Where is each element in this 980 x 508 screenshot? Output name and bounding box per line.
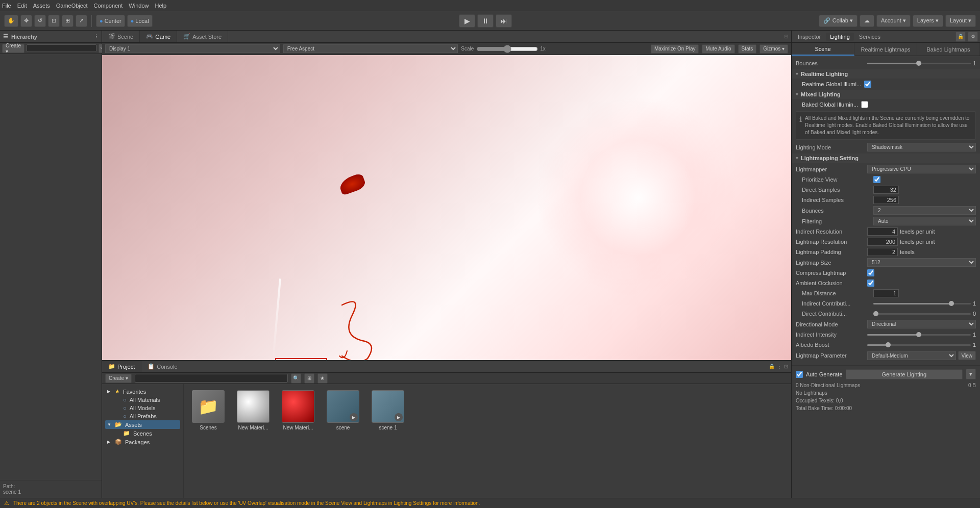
- asset-store-tab[interactable]: 🛒 Asset Store: [177, 31, 228, 42]
- star-icon[interactable]: ★: [317, 373, 328, 384]
- menu-file[interactable]: File: [2, 3, 11, 9]
- menu-window[interactable]: Window: [129, 3, 149, 9]
- lightmap-param-view-btn[interactable]: View: [958, 351, 976, 360]
- ambient-occ-checkbox[interactable]: [867, 280, 874, 287]
- lighting-mode-select[interactable]: Shadowmask: [867, 143, 976, 151]
- packages-item[interactable]: ▶ 📦 Packages: [105, 438, 180, 446]
- lock-icon[interactable]: 🔒: [955, 32, 966, 42]
- mute-btn[interactable]: Mute Audio: [702, 44, 734, 54]
- center-toggle[interactable]: ● Center: [96, 15, 125, 27]
- tool-rotate[interactable]: ↺: [34, 15, 46, 27]
- asset-material-white[interactable]: New Materi...: [233, 388, 274, 433]
- auto-generate-checkbox[interactable]: [796, 371, 803, 378]
- panel-expand-icon[interactable]: ⊡: [784, 364, 788, 369]
- step-button[interactable]: ⏭: [496, 14, 512, 28]
- project-search[interactable]: [135, 374, 288, 383]
- generate-dropdown-btn[interactable]: ▾: [966, 369, 976, 379]
- display-select[interactable]: Display 1: [105, 44, 280, 53]
- tool-move[interactable]: ✥: [20, 15, 32, 27]
- lightmap-param-select[interactable]: Default-Medium: [867, 351, 956, 360]
- tool-transform[interactable]: ↗: [76, 15, 87, 27]
- menu-edit[interactable]: Edit: [17, 3, 27, 9]
- compress-checkbox[interactable]: [867, 269, 874, 276]
- all-prefabs-item[interactable]: ○ All Prefabs: [105, 412, 180, 420]
- maximize-btn[interactable]: Maximize On Play: [651, 44, 699, 54]
- lighting-scene-tab[interactable]: Scene: [792, 43, 854, 56]
- filter-icon[interactable]: ⊞: [304, 373, 314, 384]
- lightmap-size-select[interactable]: 512: [867, 258, 976, 267]
- game-tab[interactable]: 🎮 Game: [140, 31, 177, 42]
- assets-item[interactable]: ▼ 📂 Assets: [105, 420, 180, 429]
- bounces-select[interactable]: 2: [873, 206, 976, 215]
- search-icon[interactable]: 🔍: [291, 373, 301, 384]
- directional-mode-select[interactable]: Directional: [867, 320, 976, 328]
- project-create-btn[interactable]: Create ▾: [105, 374, 132, 383]
- direct-contrib-slider[interactable]: [873, 313, 971, 315]
- inspector-tab[interactable]: Inspector: [794, 33, 825, 41]
- panel-options-icon[interactable]: ⚙: [968, 32, 978, 42]
- asset-scenes[interactable]: 📁 Scenes: [188, 388, 229, 433]
- layout-button[interactable]: Layout ▾: [945, 15, 976, 27]
- project-tab[interactable]: 📁 Project: [102, 361, 141, 372]
- indirect-contrib-slider[interactable]: [873, 303, 971, 304]
- scenes-item[interactable]: 📁 Scenes: [105, 429, 180, 438]
- tool-hand[interactable]: ✋: [4, 15, 18, 27]
- all-materials-item[interactable]: ○ All Materials: [105, 396, 180, 404]
- lightmapping-section-header[interactable]: ▼ Lightmapping Setting: [792, 154, 980, 163]
- asset-scene1[interactable]: ▶ scene 1: [368, 388, 408, 433]
- lighting-baked-tab[interactable]: Baked Lightmaps: [917, 43, 980, 56]
- asset-scene[interactable]: ▶ scene: [323, 388, 363, 433]
- panel-menu-icon[interactable]: ⋮: [777, 364, 782, 369]
- max-distance-input[interactable]: [873, 289, 899, 297]
- menu-help[interactable]: Help: [155, 3, 166, 9]
- prioritize-checkbox[interactable]: [873, 176, 880, 183]
- services-tab[interactable]: Services: [855, 33, 885, 41]
- stats-btn[interactable]: Stats: [738, 44, 757, 54]
- cloud-button[interactable]: ☁: [860, 15, 874, 27]
- asset-material-red[interactable]: New Materi...: [278, 388, 318, 433]
- aspect-select[interactable]: Free Aspect: [283, 44, 458, 53]
- lighting-tab-btn[interactable]: Lighting: [826, 33, 854, 41]
- indirect-res-input[interactable]: [867, 227, 898, 236]
- direct-samples-input[interactable]: [873, 186, 899, 194]
- bounces-slider[interactable]: [867, 63, 971, 64]
- hierarchy-menu[interactable]: ⋮: [94, 34, 99, 39]
- scene-panel-menu[interactable]: ⊟: [781, 31, 791, 42]
- indirect-samples-input[interactable]: [873, 196, 899, 204]
- lightmapper-select[interactable]: Progressive CPU: [867, 165, 976, 173]
- realtime-section-header[interactable]: ▼ Realtime Lighting: [792, 69, 980, 79]
- panel-lock-icon[interactable]: 🔒: [769, 364, 775, 369]
- collab-button[interactable]: 🔗 Collab ▾: [819, 15, 857, 27]
- tool-scale[interactable]: ⊡: [48, 15, 60, 27]
- filtering-select[interactable]: Auto: [873, 217, 976, 225]
- indirect-intensity-slider[interactable]: [867, 334, 971, 336]
- lightmap-res-input[interactable]: [867, 238, 898, 246]
- tool-rect[interactable]: ⊞: [62, 15, 74, 27]
- lightmap-pad-input[interactable]: [867, 248, 898, 256]
- scene-tab[interactable]: 🎬 Scene: [102, 31, 140, 42]
- console-tab[interactable]: 📋 Console: [141, 361, 184, 372]
- realtime-gi-checkbox[interactable]: [864, 81, 871, 88]
- hierarchy-title: Hierarchy: [11, 34, 37, 40]
- hierarchy-create-btn[interactable]: Create ▾: [2, 44, 24, 53]
- menu-gameobject[interactable]: GameObject: [56, 3, 88, 9]
- local-toggle[interactable]: ● Local: [127, 15, 153, 27]
- scale-slider[interactable]: [477, 45, 538, 53]
- lightmapper-row: Lightmapper Progressive CPU: [792, 164, 980, 174]
- all-models-item[interactable]: ○ All Models: [105, 404, 180, 412]
- menu-component[interactable]: Component: [93, 3, 122, 9]
- layers-button[interactable]: Layers ▾: [913, 15, 943, 27]
- lighting-realtime-tab[interactable]: Realtime Lightmaps: [854, 43, 917, 56]
- mixed-section-title: Mixed Lighting: [801, 91, 841, 97]
- menu-assets[interactable]: Assets: [33, 3, 50, 9]
- account-button[interactable]: Account ▾: [876, 15, 911, 27]
- albedo-boost-slider[interactable]: [867, 344, 971, 346]
- favorites-item[interactable]: ▶ ★ Favorites: [105, 387, 180, 396]
- hierarchy-search[interactable]: [27, 44, 96, 52]
- mixed-section-header[interactable]: ▼ Mixed Lighting: [792, 90, 980, 99]
- play-button[interactable]: ▶: [459, 14, 475, 28]
- baked-gi-checkbox[interactable]: [861, 101, 868, 108]
- gizmos-btn[interactable]: Gizmos ▾: [760, 44, 788, 54]
- pause-button[interactable]: ⏸: [477, 14, 494, 28]
- generate-lighting-btn[interactable]: Generate Lighting: [846, 369, 963, 379]
